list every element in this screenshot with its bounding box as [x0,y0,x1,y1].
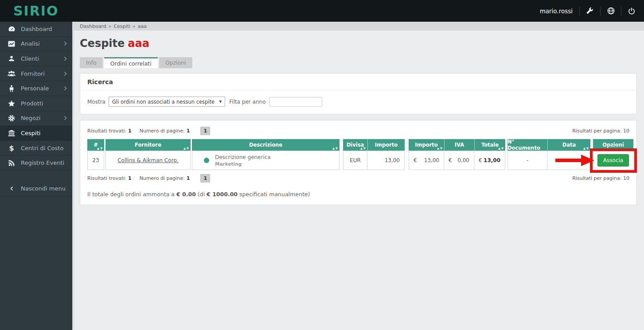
order-filter-selected-value: Gli ordini non associati a nessun cespit… [112,99,215,105]
status-dot-icon [204,158,209,163]
sidebar-item-registro-eventi[interactable]: Registro Eventi [0,155,72,171]
column-header-descrizione[interactable]: Descrizione ▲▼ [192,139,340,151]
sidebar-item-label: Fornitori [21,70,64,77]
sort-desc-icon: ▼ [586,147,589,150]
page-1-button[interactable]: 1 [200,174,210,182]
person-icon [6,85,17,92]
sidebar-item-centri-di-costo[interactable]: $ Centri di Costo [0,141,72,156]
category-line: Marketing [215,161,271,167]
results-found-label: Risultati trovati: [87,175,126,181]
page-count-label: Numero di pagine: [140,175,185,181]
tab-ordini-correlati[interactable]: Ordini correlati [104,57,158,68]
breadcrumb-separator: » [109,23,112,29]
sirio-logo[interactable]: SIRIO [0,0,59,22]
topbar: SIRIO mario.rossi [0,0,644,22]
breadcrumb-separator: » [133,23,136,29]
power-icon [628,8,635,15]
hide-menu-label: Nascondi menu [21,185,67,192]
tab-bar: Info Ordini correlati Opzioni [80,57,637,68]
main-content: Dashboard » Cespiti » aaa Cespiteaaa Inf… [72,22,644,330]
sort-icons: ▲▼ [437,147,442,150]
orders-table: # ▲▼ 23 Fornitore ▲▼ Collins & [87,139,629,170]
breadcrumb-current: aaa [138,23,147,29]
sidebar-item-label: Analisi [21,40,64,47]
sidebar-item-prodotti[interactable]: Prodotti [0,96,72,111]
order-filter-select[interactable]: Gli ordini non associati a nessun cespit… [109,97,225,107]
sort-asc-icon: ▲ [498,147,500,150]
username[interactable]: mario.rossi [540,8,573,15]
currency-symbol: € [449,157,452,163]
year-filter-input[interactable] [269,97,322,107]
breadcrumb-dashboard[interactable]: Dashboard [80,23,106,29]
users-icon [6,70,17,77]
settings-wrench-button[interactable] [585,6,595,16]
page-title: Cespiteaaa [80,37,637,50]
language-globe-button[interactable] [605,6,616,16]
cell-number: 23 [87,151,104,170]
results-found-value: 1 [128,175,132,181]
sidebar-item-label: Dashboard [21,26,67,32]
per-page-label-top: Risultati per pagina: 10 [572,128,629,134]
dashboard-icon [6,26,17,32]
column-header-data[interactable]: Data ▲▼ [547,139,590,151]
search-heading: Ricerca [80,74,636,90]
sidebar-item-dashboard[interactable]: Dashboard [0,22,72,37]
results-panel: Risultati trovati: 1 Numero di pagine: 1… [80,120,637,205]
breadcrumb-cespiti[interactable]: Cespiti [113,23,130,29]
globe-icon [607,7,615,15]
sidebar-item-label: Registro Eventi [21,159,67,166]
star-icon [6,100,17,107]
results-found-label: Risultati trovati: [87,128,126,134]
table-group-fornitore: Fornitore ▲▼ Collins & Aikman Corp. [105,139,191,170]
associa-button[interactable]: Associa [597,154,629,167]
cell-opzioni: Associa [593,151,633,170]
sort-desc-icon: ▼ [100,147,102,150]
divider [579,7,580,16]
tab-info[interactable]: Info [80,57,103,68]
sidebar-item-negozi[interactable]: Negozi [0,111,72,126]
sidebar-item-label: Negozi [21,115,64,121]
cell-iva: € 0,00 [444,151,474,170]
wrench-icon [586,8,593,15]
column-header-fornitore[interactable]: Fornitore ▲▼ [105,139,191,151]
column-header-iva[interactable]: IVA [444,139,474,151]
hide-menu-button[interactable]: Nascondi menu [0,181,72,196]
supplier-link[interactable]: Collins & Aikman Corp. [117,157,179,163]
topbar-actions: mario.rossi [540,6,644,16]
results-meta-top: Risultati trovati: 1 Numero di pagine: 1… [87,127,629,135]
column-header-divisa[interactable]: Divisa ▲▼ [343,139,367,151]
cell-divisa: EUR [343,151,367,170]
sidebar-item-clienti[interactable]: Clienti [0,51,72,66]
sidebar-item-cespiti[interactable]: Cespiti [0,126,72,141]
sort-icons: ▲▼ [583,147,589,150]
sidebar-item-personale[interactable]: Personale [0,81,72,96]
sort-icons: ▲▼ [97,147,102,150]
column-header-opzioni: Opzioni [593,139,633,151]
logout-power-button[interactable] [626,6,637,16]
sort-asc-icon: ▲ [583,147,585,150]
column-header-n-documento[interactable]: N° Documento [507,139,547,151]
column-header-importo[interactable]: Importo [367,139,405,151]
sort-icons: ▲▼ [332,147,338,150]
column-header-number[interactable]: # ▲▼ [87,139,104,151]
chart-icon [6,41,17,47]
divider [600,7,601,16]
page-1-button[interactable]: 1 [200,127,210,135]
cell-data [547,151,590,170]
sidebar-item-analisi[interactable]: Analisi [0,37,72,52]
sidebar-item-label: Centri di Costo [21,145,67,151]
cell-descrizione: Descrizione generica Marketing [192,151,340,170]
bank-icon [6,130,17,136]
chevron-right-icon [64,116,67,120]
page-count-value: 1 [187,175,190,181]
column-header-totale[interactable]: Totale ▲▼ [474,139,505,151]
search-controls: Mostra Gli ordini non associati a nessun… [80,90,636,114]
tab-opzioni[interactable]: Opzioni [159,57,192,68]
year-filter-label: Filta per anno [229,99,265,105]
column-header-importo-eur[interactable]: Importo ▲▼ [409,139,444,151]
app-root: SIRIO mario.rossi [0,0,644,330]
sidebar-item-fornitori[interactable]: Fornitori [0,66,72,82]
table-group-documento-data: N° Documento - Data ▲▼ [507,139,590,170]
sort-desc-icon: ▼ [336,147,338,150]
page-count-label: Numero di pagine: [140,128,185,134]
